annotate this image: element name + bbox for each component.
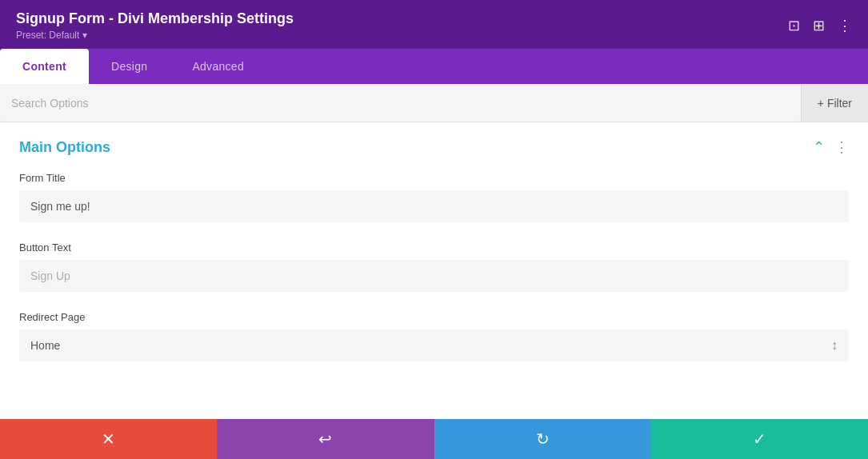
section-more-icon[interactable]: ⋮ [834,138,849,156]
form-title-label: Form Title [19,172,849,184]
app-container: Signup Form - Divi Membership Settings P… [0,0,868,459]
button-text-label: Button Text [19,241,849,253]
redirect-page-group: Redirect Page Home About Contact Blog ↕ [0,305,868,374]
tab-content[interactable]: Content [0,49,89,84]
section-title: Main Options [19,139,110,156]
save-icon: ✓ [753,429,766,449]
tab-design[interactable]: Design [89,49,170,84]
capture-icon[interactable]: ⊡ [788,17,800,34]
search-bar: + Filter [0,84,868,122]
redirect-page-label: Redirect Page [19,311,849,323]
section-header: Main Options ⌃ ⋮ [0,122,868,166]
more-icon[interactable]: ⋮ [838,17,852,34]
bottom-bar: ✕ ↩ ↻ ✓ [0,419,868,459]
tabs-bar: Content Design Advanced [0,49,868,84]
button-text-input[interactable] [19,260,849,292]
back-icon: ↩ [318,429,332,449]
button-text-group: Button Text [0,235,868,305]
header-left: Signup Form - Divi Membership Settings P… [16,10,294,41]
preset-label[interactable]: Preset: Default ▾ [16,30,294,41]
main-content: Main Options ⌃ ⋮ Form Title Button Text … [0,122,868,419]
redirect-page-select[interactable]: Home About Contact Blog [19,329,849,361]
grid-icon[interactable]: ⊞ [813,17,825,34]
page-title: Signup Form - Divi Membership Settings [16,10,294,28]
header-icons: ⊡ ⊞ ⋮ [788,17,852,34]
collapse-icon[interactable]: ⌃ [813,138,825,156]
header: Signup Form - Divi Membership Settings P… [0,0,868,49]
redirect-page-select-wrapper: Home About Contact Blog ↕ [19,329,849,361]
bottom-btn-save[interactable]: ✓ [651,419,868,459]
filter-button[interactable]: + Filter [801,84,868,122]
form-title-input[interactable] [19,190,849,222]
tab-advanced[interactable]: Advanced [170,49,266,84]
search-input[interactable] [0,84,801,122]
form-title-group: Form Title [0,166,868,235]
bottom-btn-refresh[interactable]: ↻ [434,419,651,459]
refresh-icon: ↻ [536,429,550,449]
bottom-btn-cancel[interactable]: ✕ [0,419,217,459]
bottom-btn-back[interactable]: ↩ [217,419,434,459]
cancel-icon: ✕ [102,429,115,449]
section-controls: ⌃ ⋮ [813,138,849,156]
